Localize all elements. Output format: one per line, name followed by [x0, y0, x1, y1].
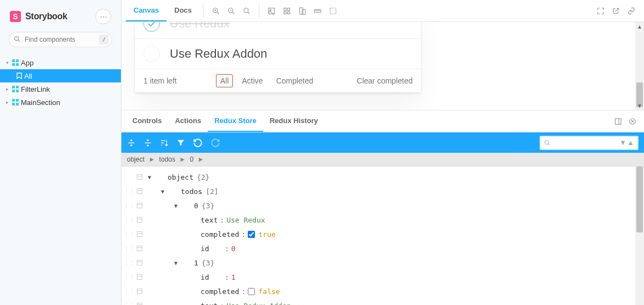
- json-field[interactable]: ⋮⋮ text : Use Redux Addon: [121, 298, 644, 305]
- tab-docs[interactable]: Docs: [166, 0, 199, 21]
- insert-icon[interactable]: [134, 274, 146, 280]
- todo-item[interactable]: Use Redux Addon: [135, 39, 421, 69]
- grid-icon[interactable]: [283, 7, 291, 15]
- zoom-in-icon[interactable]: [212, 7, 220, 15]
- json-field[interactable]: ⋮⋮ id : 1: [121, 270, 644, 284]
- svg-rect-36: [330, 8, 336, 14]
- addon-tab-redux-history[interactable]: Redux History: [263, 110, 325, 132]
- json-value[interactable]: Use Redux: [226, 216, 265, 224]
- expand-all-icon[interactable]: [127, 138, 136, 147]
- breadcrumb-part[interactable]: todos: [159, 156, 175, 163]
- caret-down-icon[interactable]: ▼: [172, 203, 180, 209]
- json-value[interactable]: 1: [231, 273, 236, 281]
- svg-rect-61: [137, 275, 142, 280]
- insert-icon[interactable]: [134, 174, 146, 180]
- filter-icon[interactable]: [176, 138, 185, 147]
- collapse-all-icon[interactable]: [143, 138, 152, 147]
- json-field[interactable]: ⋮⋮ completed : false: [121, 284, 644, 298]
- zoom-reset-icon[interactable]: [243, 7, 251, 15]
- measure-icon[interactable]: [314, 7, 321, 15]
- tree-item-all[interactable]: All: [0, 69, 121, 82]
- filter-active[interactable]: Active: [237, 74, 267, 87]
- drag-handle-icon[interactable]: ⋮⋮: [125, 302, 134, 306]
- drag-handle-icon[interactable]: ⋮⋮: [125, 231, 134, 238]
- insert-icon[interactable]: [134, 288, 146, 295]
- json-field[interactable]: ⋮⋮ id : 0: [121, 241, 644, 256]
- search-input[interactable]: [9, 32, 112, 47]
- fullscreen-icon[interactable]: [597, 7, 604, 15]
- drag-handle-icon[interactable]: ⋮⋮: [125, 259, 134, 267]
- todo-text: Use Redux Addon: [170, 47, 267, 61]
- insert-icon[interactable]: [134, 302, 146, 305]
- bool-checkbox[interactable]: [248, 231, 255, 238]
- redux-search-input[interactable]: [553, 139, 619, 147]
- insert-icon[interactable]: [134, 231, 146, 237]
- json-count: [2]: [206, 187, 218, 196]
- tree-item-app[interactable]: ▾ App: [0, 56, 121, 69]
- viewport-icon[interactable]: [298, 7, 306, 15]
- search-prev-icon[interactable]: ▲: [627, 138, 634, 147]
- filter-all[interactable]: All: [216, 74, 234, 87]
- drag-handle-icon[interactable]: ⋮⋮: [125, 217, 134, 224]
- drag-handle-icon[interactable]: ⋮⋮: [125, 274, 134, 281]
- check-circle-icon[interactable]: [143, 22, 160, 32]
- scroll-thumb[interactable]: [636, 167, 643, 232]
- breadcrumb-part[interactable]: object: [127, 156, 145, 163]
- search-next-icon[interactable]: ▼: [619, 138, 626, 147]
- addon-tab-controls[interactable]: Controls: [126, 110, 168, 132]
- breadcrumb-part[interactable]: 0: [190, 156, 194, 163]
- json-value[interactable]: true: [258, 230, 275, 239]
- addon-tab-actions[interactable]: Actions: [168, 110, 208, 132]
- insert-icon[interactable]: [134, 259, 146, 266]
- json-value[interactable]: 0: [231, 245, 236, 253]
- outline-icon[interactable]: [329, 7, 337, 15]
- logo[interactable]: S Storybook: [10, 11, 67, 22]
- json-value[interactable]: false: [258, 287, 280, 296]
- bool-checkbox[interactable]: [248, 288, 255, 295]
- json-field[interactable]: ⋮⋮ completed : true: [121, 227, 644, 241]
- redo-icon[interactable]: [210, 138, 220, 148]
- scroll-down-icon[interactable]: ▼: [635, 101, 644, 110]
- svg-rect-57: [137, 246, 142, 251]
- background-icon[interactable]: [268, 7, 275, 15]
- json-node-item[interactable]: ⋮⋮ ▼ 1 {3}: [121, 256, 644, 270]
- tree-item-filterlink[interactable]: ▸ FilterLink: [0, 82, 121, 96]
- sort-icon[interactable]: [160, 138, 169, 147]
- sidebar-menu-button[interactable]: ⋯: [96, 9, 111, 24]
- undo-icon[interactable]: [193, 138, 203, 148]
- caret-down-icon[interactable]: ▼: [159, 188, 166, 195]
- drag-handle-icon[interactable]: ⋮⋮: [125, 245, 134, 252]
- insert-icon[interactable]: [134, 202, 146, 209]
- json-value[interactable]: Use Redux Addon: [226, 302, 291, 306]
- drag-handle-icon[interactable]: ⋮⋮: [125, 188, 134, 195]
- insert-icon[interactable]: [134, 245, 146, 252]
- addon-scrollbar[interactable]: [635, 167, 644, 305]
- json-node-item[interactable]: ⋮⋮ ▼ 0 {3}: [121, 198, 644, 213]
- caret-down-icon[interactable]: ▼: [172, 260, 180, 266]
- open-tab-icon[interactable]: [612, 7, 620, 15]
- circle-icon[interactable]: [143, 46, 160, 62]
- svg-rect-5: [16, 63, 19, 66]
- drag-handle-icon[interactable]: ⋮⋮: [125, 202, 134, 209]
- tree-item-mainsection[interactable]: ▸ MainSection: [0, 96, 121, 109]
- todo-item[interactable]: Use Redux: [135, 22, 421, 39]
- zoom-out-icon[interactable]: [227, 7, 235, 15]
- filter-completed[interactable]: Completed: [271, 74, 318, 87]
- canvas-scrollbar[interactable]: ▲ ▼: [635, 22, 644, 110]
- close-panel-icon[interactable]: [629, 118, 636, 125]
- caret-down-icon[interactable]: ▼: [146, 174, 153, 180]
- json-field[interactable]: ⋮⋮ text : Use Redux: [121, 213, 644, 227]
- insert-icon[interactable]: [134, 188, 146, 195]
- json-node-todos[interactable]: ⋮⋮ ▼ todos [2]: [121, 184, 644, 198]
- json-node-root[interactable]: ▼ object {2}: [121, 170, 644, 184]
- insert-icon[interactable]: [134, 217, 146, 223]
- clear-completed-button[interactable]: Clear completed: [357, 76, 413, 85]
- addon-tab-redux-store[interactable]: Redux Store: [208, 110, 263, 132]
- link-icon[interactable]: [628, 7, 635, 15]
- svg-rect-26: [287, 8, 290, 10]
- panel-position-icon[interactable]: [614, 118, 622, 125]
- component-icon: [12, 86, 19, 92]
- tab-canvas[interactable]: Canvas: [126, 0, 166, 21]
- drag-handle-icon[interactable]: ⋮⋮: [125, 288, 134, 295]
- scroll-up-icon[interactable]: ▲: [635, 22, 644, 31]
